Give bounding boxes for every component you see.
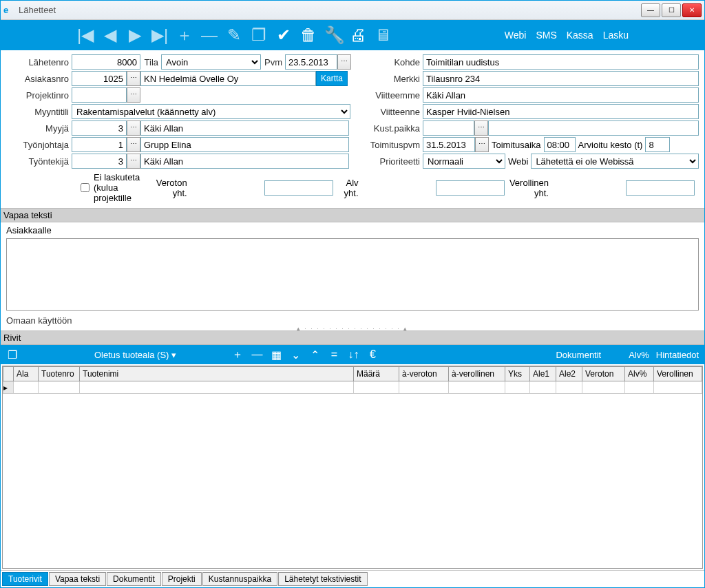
toimitusaika-input[interactable]: [544, 137, 576, 152]
tyontekija-name-input[interactable]: [140, 154, 349, 169]
dokumentit-link[interactable]: Dokumentit: [556, 350, 601, 360]
edit-icon[interactable]: ✎: [225, 25, 243, 45]
webi-select[interactable]: Lähetettä ei ole Webissä: [531, 154, 699, 169]
down-icon[interactable]: ⌄: [289, 348, 302, 361]
splitter[interactable]: ▴ · · · · · · · · · · · · · · · · ▴: [1, 326, 704, 330]
myyntitili-select[interactable]: Rakentamispalvelut (käännetty alv): [72, 104, 350, 119]
first-icon[interactable]: |◀: [76, 25, 94, 45]
tyonjohtaja-picker[interactable]: ⋯: [127, 137, 140, 152]
screen-icon[interactable]: 🖥: [374, 25, 392, 45]
col-a-verollinen[interactable]: à-verollinen: [449, 367, 505, 381]
col-ala[interactable]: Ala: [14, 367, 39, 381]
projektinro-input[interactable]: [72, 87, 127, 103]
tyontekija-nro-input[interactable]: [72, 154, 127, 169]
pvm-input[interactable]: [285, 54, 337, 70]
viitteenne-input[interactable]: [423, 104, 699, 119]
trash-icon[interactable]: 🗑: [299, 25, 317, 45]
asiakasnro-input[interactable]: [72, 71, 127, 86]
webi-link[interactable]: Webi: [505, 30, 527, 41]
kustpaikka-picker[interactable]: ⋯: [474, 120, 488, 136]
rows-table[interactable]: Ala Tuotenro Tuotenimi Määrä à-veroton à…: [3, 366, 702, 394]
merkki-input[interactable]: [423, 71, 699, 86]
ei-laskuteta-label: Ei laskuteta (kulua projektille: [94, 172, 156, 203]
tyontekija-picker[interactable]: ⋯: [127, 154, 140, 169]
tyonjohtaja-nro-input[interactable]: [72, 137, 127, 152]
asiakasnro-picker[interactable]: ⋯: [127, 71, 140, 86]
col-alv[interactable]: Alv%: [625, 367, 654, 381]
kassa-link[interactable]: Kassa: [567, 30, 593, 41]
col-veroton[interactable]: Veroton: [582, 367, 625, 381]
col-yks[interactable]: Yks: [505, 367, 530, 381]
tool-icon[interactable]: 🔧: [324, 25, 342, 45]
ei-laskuteta-checkbox[interactable]: [81, 183, 90, 192]
up-icon[interactable]: ⌃: [308, 348, 321, 361]
remove-row-icon[interactable]: —: [251, 348, 263, 361]
tyonjohtaja-name-input[interactable]: [140, 137, 349, 152]
maximize-button[interactable]: ☐: [662, 3, 681, 17]
close-button[interactable]: ✕: [682, 3, 702, 17]
tab-dokumentit[interactable]: Dokumentit: [107, 572, 161, 586]
tab-tuoterivit[interactable]: Tuoterivit: [2, 572, 48, 586]
oletus-dropdown[interactable]: Oletus tuoteala (S) ▾: [94, 350, 176, 360]
titlebar: e Lähetteet — ☐ ✕: [1, 1, 704, 20]
hintatiedot-link[interactable]: Hintatiedot: [656, 350, 699, 360]
tab-projekti[interactable]: Projekti: [162, 572, 202, 586]
myyja-name-input[interactable]: [140, 120, 349, 136]
toimituspvm-picker[interactable]: ⋯: [475, 137, 489, 152]
viitteemme-input[interactable]: [423, 87, 699, 103]
asiakas-name-input[interactable]: [140, 71, 316, 86]
copy-icon[interactable]: ❐: [250, 25, 268, 45]
tab-lahetetyt[interactable]: Lähetetyt tekstiviestit: [278, 572, 367, 586]
col-tuotenimi[interactable]: Tuotenimi: [80, 367, 354, 381]
print-icon[interactable]: 🖨: [349, 25, 367, 45]
table-row[interactable]: ▸: [3, 381, 702, 394]
sms-link[interactable]: SMS: [536, 30, 556, 41]
kustpaikka-name-input[interactable]: [488, 120, 699, 136]
projektinro-picker[interactable]: ⋯: [127, 87, 140, 103]
myyja-picker[interactable]: ⋯: [127, 120, 140, 136]
prioriteetti-select[interactable]: Normaali: [423, 154, 505, 169]
pvm-label: Pvm: [261, 57, 285, 67]
kohde-input[interactable]: [423, 54, 699, 70]
kartta-button[interactable]: Kartta: [316, 71, 348, 86]
plus-icon[interactable]: ＋: [176, 24, 193, 46]
doc-icon[interactable]: ▦: [270, 348, 282, 361]
col-ale2[interactable]: Ale2: [556, 367, 582, 381]
toimituspvm-input[interactable]: [423, 137, 475, 152]
verollinen-input[interactable]: [626, 180, 695, 196]
col-maara[interactable]: Määrä: [354, 367, 399, 381]
vapaa-teksti-header: Vapaa teksti: [1, 208, 704, 222]
asiakkaalle-textarea[interactable]: [6, 238, 699, 311]
lahetenro-input[interactable]: [72, 54, 140, 70]
window-title: Lähetteet: [19, 5, 641, 15]
lasku-link[interactable]: Lasku: [603, 30, 629, 41]
next-icon[interactable]: ▶: [126, 25, 144, 45]
arvioitu-input[interactable]: [645, 137, 670, 152]
tila-select[interactable]: Avoin: [161, 54, 261, 70]
alv-input[interactable]: [436, 180, 505, 196]
col-a-veroton[interactable]: à-veroton: [399, 367, 449, 381]
veroton-input[interactable]: [264, 180, 333, 196]
col-tuotenro[interactable]: Tuotenro: [39, 367, 80, 381]
minimize-button[interactable]: —: [641, 3, 660, 17]
myyja-nro-input[interactable]: [72, 120, 127, 136]
euro-icon[interactable]: €: [366, 348, 379, 361]
minus-icon[interactable]: —: [200, 25, 218, 45]
tab-kustannuspaikka[interactable]: Kustannuspaikka: [202, 572, 277, 586]
check-icon[interactable]: ✔: [275, 25, 293, 45]
add-row-icon[interactable]: ＋: [231, 348, 244, 362]
sort-icon[interactable]: ↓↑: [347, 348, 359, 361]
col-verollinen[interactable]: Verollinen: [654, 367, 702, 381]
prev-icon[interactable]: ◀: [101, 25, 119, 45]
window-icon[interactable]: ❐: [6, 348, 19, 361]
kustpaikka-input[interactable]: [423, 120, 474, 136]
tyontekija-label: Työntekijä: [6, 156, 72, 167]
tab-vapaa-teksti[interactable]: Vapaa teksti: [49, 572, 106, 586]
last-icon[interactable]: ▶|: [151, 25, 169, 45]
equals-icon[interactable]: =: [328, 348, 340, 361]
verollinen-label: Verollinen yht.: [509, 178, 551, 198]
rows-table-wrap: Ala Tuotenro Tuotenimi Määrä à-veroton à…: [2, 366, 703, 569]
alv-link[interactable]: Alv%: [629, 350, 649, 360]
pvm-picker[interactable]: ⋯: [337, 54, 351, 70]
col-ale1[interactable]: Ale1: [530, 367, 556, 381]
